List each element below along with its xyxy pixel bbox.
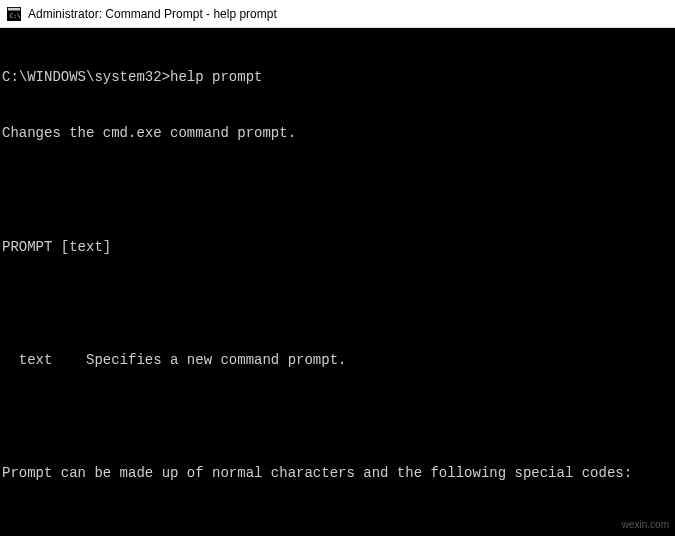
- output-syntax: PROMPT [text]: [2, 238, 673, 257]
- blank: [2, 294, 673, 313]
- output-param-row: text Specifies a new command prompt.: [2, 351, 673, 370]
- svg-text:C:\: C:\: [10, 11, 21, 18]
- terminal-area[interactable]: C:\WINDOWS\system32>help prompt Changes …: [0, 28, 675, 536]
- output-intro: Prompt can be made up of normal characte…: [2, 464, 673, 483]
- typed-command: help prompt: [170, 69, 262, 85]
- svg-rect-1: [8, 7, 20, 10]
- blank: [2, 181, 673, 200]
- watermark: wexin.com: [622, 519, 669, 530]
- prompt-path: C:\WINDOWS\system32>: [2, 69, 170, 85]
- blank: [2, 408, 673, 427]
- cmd-icon: C:\: [6, 6, 22, 22]
- window-titlebar: C:\ Administrator: Command Prompt - help…: [0, 0, 675, 28]
- param-name: text: [2, 352, 86, 368]
- output-desc: Changes the cmd.exe command prompt.: [2, 124, 673, 143]
- command-line: C:\WINDOWS\system32>help prompt: [2, 68, 673, 87]
- window-title: Administrator: Command Prompt - help pro…: [28, 7, 277, 21]
- param-desc: Specifies a new command prompt.: [86, 352, 346, 368]
